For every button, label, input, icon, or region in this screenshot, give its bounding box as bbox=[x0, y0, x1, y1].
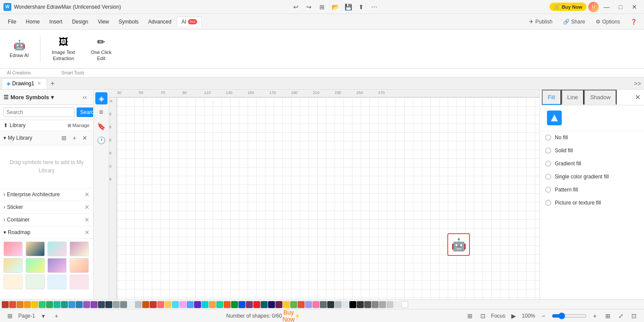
color-swatch-green-dark[interactable] bbox=[46, 301, 53, 308]
image-text-extraction-button[interactable]: 🖼 Image TextExtraction bbox=[47, 34, 80, 64]
roadmap-thumb-3[interactable] bbox=[47, 242, 67, 256]
menu-ai[interactable]: AI hot bbox=[177, 17, 202, 27]
color-swatch-orange[interactable] bbox=[17, 301, 23, 308]
zoom-slider[interactable] bbox=[552, 312, 587, 319]
color-swatch-lemon[interactable] bbox=[164, 301, 171, 308]
roadmap-thumb-4[interactable] bbox=[70, 242, 89, 256]
color-swatch-white2[interactable] bbox=[401, 301, 408, 308]
color-swatch-yellow[interactable] bbox=[31, 301, 38, 308]
add-tab-button[interactable]: + bbox=[48, 79, 57, 88]
line-tab[interactable]: Line bbox=[561, 90, 584, 105]
sticker-section-close[interactable]: ✕ bbox=[84, 204, 90, 211]
color-swatch-medium-gray[interactable] bbox=[372, 301, 379, 308]
picture-texture-fill-option[interactable]: Picture or texture fill bbox=[540, 196, 644, 209]
share-button[interactable]: 🔗 Share bbox=[560, 17, 589, 27]
color-swatch-midnight[interactable] bbox=[268, 301, 275, 308]
manage-button[interactable]: ⊞ Manage bbox=[67, 123, 90, 128]
color-swatch-teal-dark[interactable] bbox=[61, 301, 68, 308]
color-swatch-purple[interactable] bbox=[83, 301, 90, 308]
color-swatch-sky[interactable] bbox=[172, 301, 179, 308]
drawing1-tab-close[interactable]: ✕ bbox=[36, 80, 42, 87]
color-swatch-mint[interactable] bbox=[216, 301, 223, 308]
options-button[interactable]: ⚙ Options bbox=[592, 17, 624, 27]
color-swatch-green[interactable] bbox=[39, 301, 46, 308]
color-swatch-dark2[interactable] bbox=[364, 301, 371, 308]
one-click-edit-button[interactable]: ✏ One ClickEdit bbox=[87, 34, 116, 64]
roadmap-thumb-6[interactable] bbox=[26, 258, 45, 273]
color-swatch-violet[interactable] bbox=[194, 301, 201, 308]
export-library-button[interactable]: ⊞ bbox=[59, 133, 69, 143]
color-swatch-amber[interactable] bbox=[24, 301, 31, 308]
color-swatch-very-dark[interactable] bbox=[357, 301, 364, 308]
color-swatch-gray-dark[interactable] bbox=[120, 301, 127, 308]
color-swatch-navy[interactable] bbox=[98, 301, 105, 308]
fit-page-button[interactable]: ⊞ bbox=[603, 311, 613, 321]
restore-button[interactable]: □ bbox=[614, 1, 627, 13]
color-swatch-crimson[interactable] bbox=[150, 301, 157, 308]
fill-tab[interactable]: Fill bbox=[542, 90, 561, 105]
color-swatch-graphite[interactable] bbox=[320, 301, 327, 308]
color-swatch-navy-dark[interactable] bbox=[105, 301, 112, 308]
roadmap-thumb-11[interactable] bbox=[47, 275, 67, 289]
zoom-in-button[interactable]: + bbox=[590, 311, 600, 321]
color-swatch-blue[interactable] bbox=[68, 301, 75, 308]
container-header[interactable]: › Container ✕ bbox=[0, 214, 93, 226]
color-swatch-near-white[interactable] bbox=[394, 301, 401, 308]
zoom-out-button[interactable]: − bbox=[539, 311, 548, 321]
menu-home[interactable]: Home bbox=[21, 17, 44, 27]
add-library-button[interactable]: + bbox=[70, 133, 79, 143]
save-button[interactable]: 💾 bbox=[342, 2, 354, 12]
menu-symbols[interactable]: Symbols bbox=[114, 17, 143, 27]
color-swatch-white[interactable] bbox=[127, 301, 134, 308]
menu-design[interactable]: Design bbox=[67, 17, 92, 27]
help-button[interactable]: ❓ bbox=[627, 17, 641, 27]
menu-advanced[interactable]: Advanced bbox=[144, 17, 176, 27]
fill-icon-button[interactable]: ◈ bbox=[95, 92, 107, 104]
color-swatch-plum[interactable] bbox=[246, 301, 253, 308]
roadmap-thumb-9[interactable] bbox=[3, 275, 23, 289]
gradient-fill-option[interactable]: Gradient fill bbox=[540, 157, 644, 170]
history-icon-button[interactable]: 🕐 bbox=[95, 134, 107, 146]
roadmap-thumb-8[interactable] bbox=[70, 258, 89, 273]
search-button[interactable]: Search bbox=[77, 107, 94, 117]
grid-button[interactable]: ⊡ bbox=[629, 311, 639, 321]
publish-button[interactable]: ✈ Publish bbox=[526, 17, 556, 27]
menu-insert[interactable]: Insert bbox=[45, 17, 67, 27]
color-swatch-lime[interactable] bbox=[290, 301, 297, 308]
color-swatch-red-dark[interactable] bbox=[2, 301, 9, 308]
color-swatch-silver[interactable] bbox=[135, 301, 142, 308]
color-swatch-black[interactable] bbox=[349, 301, 356, 308]
fullscreen-button[interactable]: ⤢ bbox=[616, 311, 626, 321]
color-swatch-cornflower[interactable] bbox=[187, 301, 194, 308]
color-swatch-tangerine[interactable] bbox=[209, 301, 216, 308]
buy-now-button[interactable]: 🛒 Buy Now bbox=[550, 3, 587, 11]
color-swatch-gray[interactable] bbox=[113, 301, 120, 308]
open-button[interactable]: 📂 bbox=[329, 2, 341, 12]
roadmap-thumb-12[interactable] bbox=[70, 275, 89, 289]
solid-fill-option[interactable]: Solid fill bbox=[540, 144, 644, 157]
shadow-tab[interactable]: Shadow bbox=[584, 90, 617, 105]
text-icon-button[interactable]: ≡ bbox=[95, 106, 107, 118]
roadmap-thumb-1[interactable] bbox=[3, 242, 23, 256]
color-swatch-orange-dark[interactable] bbox=[142, 301, 149, 308]
enterprise-architecture-header[interactable]: › Enterprise Architecture ✕ bbox=[0, 188, 93, 201]
search-input[interactable] bbox=[3, 107, 75, 117]
container-section-close[interactable]: ✕ bbox=[84, 216, 90, 223]
layers-button[interactable]: ⊞ bbox=[465, 311, 475, 321]
color-swatch-purple-dark[interactable] bbox=[91, 301, 97, 308]
roadmap-thumb-7[interactable] bbox=[47, 258, 67, 273]
color-swatch-dark-cyan[interactable] bbox=[261, 301, 268, 308]
focus-button[interactable]: ⊡ bbox=[478, 311, 488, 321]
color-swatch-light-gray[interactable] bbox=[335, 301, 342, 308]
status-buy-now-button[interactable]: Buy Now bbox=[284, 311, 293, 321]
color-swatch-royal[interactable] bbox=[238, 301, 245, 308]
color-swatch-pale[interactable] bbox=[342, 301, 349, 308]
color-swatch-dark[interactable] bbox=[327, 301, 334, 308]
roadmap-thumb-10[interactable] bbox=[26, 275, 45, 289]
edraw-ai-button[interactable]: 🤖 Edraw AI bbox=[5, 37, 33, 61]
no-fill-option[interactable]: No fill bbox=[540, 131, 644, 144]
roadmap-thumb-5[interactable] bbox=[3, 258, 23, 273]
canvas-object[interactable]: 🤖 bbox=[447, 233, 470, 256]
canvas-content[interactable]: 🤖 bbox=[117, 97, 540, 299]
panel-collapse-button[interactable]: ‹‹ bbox=[80, 92, 90, 102]
